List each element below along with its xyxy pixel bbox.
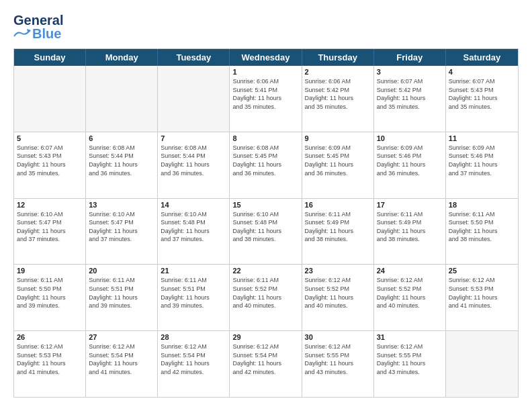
day-cell: 18Sunrise: 6:11 AM Sunset: 5:50 PM Dayli… bbox=[446, 199, 518, 265]
day-number: 14 bbox=[161, 201, 226, 209]
day-info: Sunrise: 6:10 AM Sunset: 5:48 PM Dayligh… bbox=[161, 210, 226, 244]
day-header-thursday: Thursday bbox=[302, 49, 374, 66]
logo: General Blue bbox=[13, 13, 63, 40]
day-number: 7 bbox=[161, 134, 226, 142]
day-info: Sunrise: 6:11 AM Sunset: 5:52 PM Dayligh… bbox=[232, 276, 298, 310]
day-info: Sunrise: 6:06 AM Sunset: 5:41 PM Dayligh… bbox=[232, 77, 298, 111]
day-info: Sunrise: 6:11 AM Sunset: 5:49 PM Dayligh… bbox=[305, 210, 371, 244]
day-header-sunday: Sunday bbox=[14, 49, 86, 66]
day-number: 6 bbox=[89, 134, 154, 142]
day-cell: 20Sunrise: 6:11 AM Sunset: 5:51 PM Dayli… bbox=[86, 265, 158, 330]
day-info: Sunrise: 6:11 AM Sunset: 5:49 PM Dayligh… bbox=[377, 210, 443, 244]
week-row-1: 1Sunrise: 6:06 AM Sunset: 5:41 PM Daylig… bbox=[14, 66, 518, 132]
day-info: Sunrise: 6:09 AM Sunset: 5:45 PM Dayligh… bbox=[305, 144, 371, 177]
day-number: 15 bbox=[232, 201, 298, 209]
day-number: 20 bbox=[89, 267, 154, 275]
day-cell: 31Sunrise: 6:12 AM Sunset: 5:55 PM Dayli… bbox=[374, 331, 446, 397]
day-number: 18 bbox=[449, 201, 515, 209]
day-cell: 6Sunrise: 6:08 AM Sunset: 5:44 PM Daylig… bbox=[86, 132, 158, 198]
day-info: Sunrise: 6:07 AM Sunset: 5:42 PM Dayligh… bbox=[377, 77, 443, 111]
day-cell: 8Sunrise: 6:08 AM Sunset: 5:45 PM Daylig… bbox=[230, 132, 302, 198]
day-cell: 12Sunrise: 6:10 AM Sunset: 5:47 PM Dayli… bbox=[14, 199, 86, 265]
day-info: Sunrise: 6:12 AM Sunset: 5:55 PM Dayligh… bbox=[305, 342, 371, 376]
day-header-tuesday: Tuesday bbox=[158, 49, 230, 66]
day-info: Sunrise: 6:06 AM Sunset: 5:42 PM Dayligh… bbox=[305, 77, 371, 111]
day-number: 25 bbox=[449, 267, 515, 275]
day-number: 11 bbox=[449, 134, 515, 142]
day-cell: 10Sunrise: 6:09 AM Sunset: 5:46 PM Dayli… bbox=[374, 132, 446, 198]
logo-wave-icon bbox=[13, 28, 31, 39]
calendar: SundayMondayTuesdayWednesdayThursdayFrid… bbox=[13, 48, 519, 398]
day-info: Sunrise: 6:12 AM Sunset: 5:55 PM Dayligh… bbox=[377, 342, 443, 376]
day-info: Sunrise: 6:08 AM Sunset: 5:44 PM Dayligh… bbox=[161, 144, 226, 177]
day-number: 4 bbox=[449, 68, 515, 76]
day-number: 22 bbox=[232, 267, 298, 275]
day-cell: 15Sunrise: 6:10 AM Sunset: 5:48 PM Dayli… bbox=[230, 199, 302, 265]
weeks: 1Sunrise: 6:06 AM Sunset: 5:41 PM Daylig… bbox=[14, 66, 518, 397]
day-number: 2 bbox=[305, 68, 371, 76]
day-cell: 11Sunrise: 6:09 AM Sunset: 5:46 PM Dayli… bbox=[446, 132, 518, 198]
day-cell: 19Sunrise: 6:11 AM Sunset: 5:50 PM Dayli… bbox=[14, 265, 86, 330]
day-number: 8 bbox=[232, 134, 298, 142]
day-cell: 24Sunrise: 6:12 AM Sunset: 5:52 PM Dayli… bbox=[374, 265, 446, 330]
week-row-4: 19Sunrise: 6:11 AM Sunset: 5:50 PM Dayli… bbox=[14, 264, 518, 330]
day-number: 19 bbox=[17, 267, 83, 275]
day-cell: 1Sunrise: 6:06 AM Sunset: 5:41 PM Daylig… bbox=[230, 66, 302, 132]
day-info: Sunrise: 6:12 AM Sunset: 5:54 PM Dayligh… bbox=[232, 342, 298, 376]
day-number: 3 bbox=[377, 68, 443, 76]
day-number: 13 bbox=[89, 201, 154, 209]
day-header-wednesday: Wednesday bbox=[230, 49, 302, 66]
day-cell: 26Sunrise: 6:12 AM Sunset: 5:53 PM Dayli… bbox=[14, 331, 86, 397]
day-cell: 25Sunrise: 6:12 AM Sunset: 5:53 PM Dayli… bbox=[446, 265, 518, 330]
day-cell bbox=[14, 66, 86, 132]
day-cell: 7Sunrise: 6:08 AM Sunset: 5:44 PM Daylig… bbox=[158, 132, 230, 198]
day-number: 12 bbox=[17, 201, 83, 209]
day-info: Sunrise: 6:08 AM Sunset: 5:44 PM Dayligh… bbox=[89, 144, 154, 177]
week-row-3: 12Sunrise: 6:10 AM Sunset: 5:47 PM Dayli… bbox=[14, 198, 518, 265]
week-row-5: 26Sunrise: 6:12 AM Sunset: 5:53 PM Dayli… bbox=[14, 330, 518, 397]
day-info: Sunrise: 6:10 AM Sunset: 5:47 PM Dayligh… bbox=[89, 210, 154, 244]
day-cell: 5Sunrise: 6:07 AM Sunset: 5:43 PM Daylig… bbox=[14, 132, 86, 198]
week-row-2: 5Sunrise: 6:07 AM Sunset: 5:43 PM Daylig… bbox=[14, 132, 518, 198]
day-number: 28 bbox=[161, 333, 226, 341]
day-number: 10 bbox=[377, 134, 443, 142]
day-number: 27 bbox=[89, 333, 154, 341]
logo-blue-label: Blue bbox=[32, 27, 61, 40]
day-cell: 28Sunrise: 6:12 AM Sunset: 5:54 PM Dayli… bbox=[158, 331, 230, 397]
day-number: 31 bbox=[377, 333, 443, 341]
day-info: Sunrise: 6:09 AM Sunset: 5:46 PM Dayligh… bbox=[377, 144, 443, 177]
day-number: 24 bbox=[377, 267, 443, 275]
day-info: Sunrise: 6:09 AM Sunset: 5:46 PM Dayligh… bbox=[449, 144, 515, 177]
day-cell bbox=[86, 66, 158, 132]
day-cell: 13Sunrise: 6:10 AM Sunset: 5:47 PM Dayli… bbox=[86, 199, 158, 265]
day-number: 23 bbox=[305, 267, 371, 275]
day-info: Sunrise: 6:12 AM Sunset: 5:52 PM Dayligh… bbox=[305, 276, 371, 310]
day-info: Sunrise: 6:10 AM Sunset: 5:48 PM Dayligh… bbox=[232, 210, 298, 244]
day-info: Sunrise: 6:12 AM Sunset: 5:54 PM Dayligh… bbox=[89, 342, 154, 376]
day-cell: 23Sunrise: 6:12 AM Sunset: 5:52 PM Dayli… bbox=[302, 265, 374, 330]
day-cell: 9Sunrise: 6:09 AM Sunset: 5:45 PM Daylig… bbox=[302, 132, 374, 198]
day-info: Sunrise: 6:12 AM Sunset: 5:52 PM Dayligh… bbox=[377, 276, 443, 310]
day-cell: 27Sunrise: 6:12 AM Sunset: 5:54 PM Dayli… bbox=[86, 331, 158, 397]
day-cell: 14Sunrise: 6:10 AM Sunset: 5:48 PM Dayli… bbox=[158, 199, 230, 265]
day-info: Sunrise: 6:11 AM Sunset: 5:50 PM Dayligh… bbox=[17, 276, 83, 310]
day-info: Sunrise: 6:11 AM Sunset: 5:50 PM Dayligh… bbox=[449, 210, 515, 244]
day-header-monday: Monday bbox=[86, 49, 158, 66]
day-cell: 29Sunrise: 6:12 AM Sunset: 5:54 PM Dayli… bbox=[230, 331, 302, 397]
day-cell: 16Sunrise: 6:11 AM Sunset: 5:49 PM Dayli… bbox=[302, 199, 374, 265]
day-number: 9 bbox=[305, 134, 371, 142]
day-number: 29 bbox=[232, 333, 298, 341]
day-cell: 2Sunrise: 6:06 AM Sunset: 5:42 PM Daylig… bbox=[302, 66, 374, 132]
day-info: Sunrise: 6:08 AM Sunset: 5:45 PM Dayligh… bbox=[232, 144, 298, 177]
day-info: Sunrise: 6:10 AM Sunset: 5:47 PM Dayligh… bbox=[17, 210, 83, 244]
day-cell bbox=[158, 66, 230, 132]
day-cell: 17Sunrise: 6:11 AM Sunset: 5:49 PM Dayli… bbox=[374, 199, 446, 265]
day-number: 17 bbox=[377, 201, 443, 209]
page: General Blue SundayMondayTuesdayWednesda… bbox=[0, 0, 532, 411]
logo-general-text: General bbox=[13, 13, 63, 27]
day-info: Sunrise: 6:12 AM Sunset: 5:53 PM Dayligh… bbox=[449, 276, 515, 310]
day-cell: 30Sunrise: 6:12 AM Sunset: 5:55 PM Dayli… bbox=[302, 331, 374, 397]
day-info: Sunrise: 6:12 AM Sunset: 5:54 PM Dayligh… bbox=[161, 342, 226, 376]
day-info: Sunrise: 6:07 AM Sunset: 5:43 PM Dayligh… bbox=[17, 144, 83, 177]
day-number: 1 bbox=[232, 68, 298, 76]
